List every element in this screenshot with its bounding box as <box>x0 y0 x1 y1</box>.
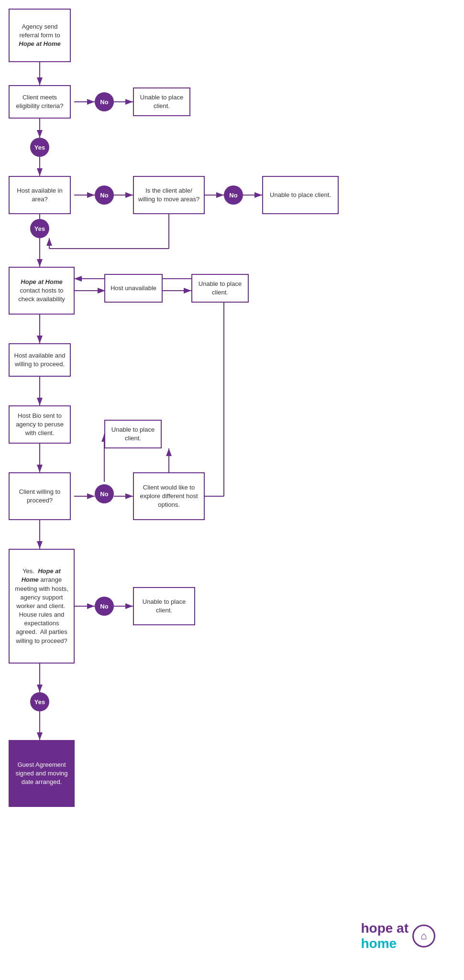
host-bio-box: Host Bio sent to agency to peruse with c… <box>9 405 71 444</box>
no1-circle: No <box>95 92 114 111</box>
host-willing-box: Host available and willing to proceed. <box>9 343 71 377</box>
hah-contact-box: Hope at Home contact hosts to check avai… <box>9 267 75 315</box>
guest-agreement-box: Guest Agreement signed and moving date a… <box>9 740 75 807</box>
unable1-box: Unable to place client. <box>133 87 190 116</box>
flowchart: Agency send referral form to Hope at Hom… <box>0 0 464 980</box>
yes2-circle: Yes <box>30 219 49 238</box>
unable3-box: Unable to place client. <box>191 274 249 303</box>
client-willing-box: Client willing to proceed? <box>9 472 71 520</box>
no3-circle: No <box>224 185 243 205</box>
unable5-box: Unable to place client. <box>133 587 195 625</box>
no4-circle: No <box>95 484 114 503</box>
start-box: Agency send referral form to Hope at Hom… <box>9 9 71 62</box>
logo-text: hope at home <box>361 921 409 951</box>
meeting-box: Yes. Hope at Home arrange meeting with h… <box>9 549 75 664</box>
unable4-box: Unable to place client. <box>104 420 162 448</box>
logo-icon: ⌂ <box>412 925 435 947</box>
unable2-box: Unable to place client. <box>262 176 339 214</box>
yes1-circle: Yes <box>30 138 49 157</box>
different-host-box: Client would like to explore different h… <box>133 472 205 520</box>
yes3-circle: Yes <box>30 692 49 711</box>
no5-circle: No <box>95 597 114 616</box>
no2-circle: No <box>95 185 114 205</box>
eligibility-box: Client meets eligibility criteria? <box>9 85 71 119</box>
logo-area: hope at home ⌂ <box>361 921 435 951</box>
host-unavailable-box: Host unavailable <box>104 274 163 303</box>
host-area-box: Host available in area? <box>9 176 71 214</box>
move-areas-box: Is the client able/ willing to move area… <box>133 176 205 214</box>
